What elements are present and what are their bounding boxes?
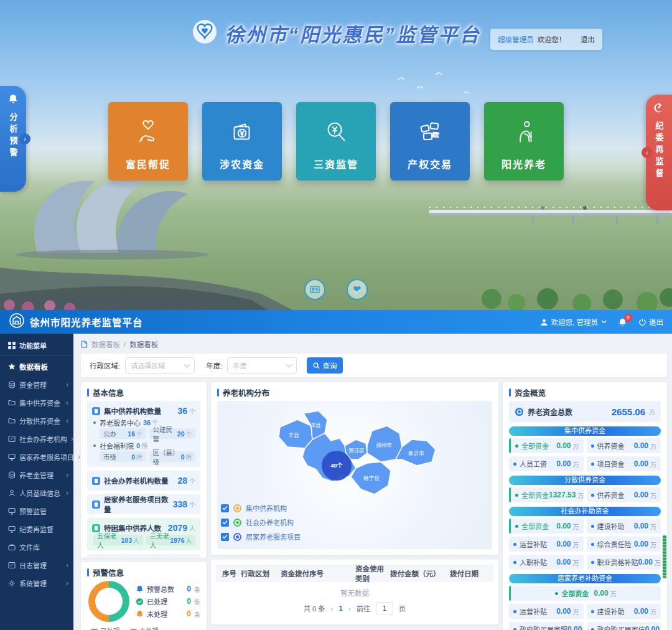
sidebar-item-warning-supervision[interactable]: 预警监管 [0, 502, 73, 520]
sidebar-item-social-elderly-institutions[interactable]: 社会办养老机构› [0, 430, 73, 448]
tile-shenong-zijin[interactable]: 涉农资金 [202, 102, 282, 181]
tile-sanzi-jianguan[interactable]: 三资监管 [296, 102, 376, 181]
portal-tiles: 富民帮促 涉农资金 三资监管 [108, 102, 564, 181]
user-menu[interactable]: 欢迎您, 管理员 [540, 317, 607, 327]
warning-stat-unit: 条 [194, 597, 200, 606]
tile-fumin-bangcu[interactable]: 富民帮促 [108, 102, 188, 181]
fund-unit: 万 [573, 441, 579, 451]
chevron-right-icon: › [66, 562, 68, 569]
sidebar-item-pension-management[interactable]: 养老金管理› [0, 466, 73, 484]
grid-icon [8, 342, 16, 349]
bullet-icon [93, 421, 96, 424]
tile-label: 富民帮促 [126, 156, 170, 171]
legend-label: 已处理 [100, 627, 120, 630]
next-page-button[interactable]: › [348, 604, 351, 613]
sidebar-item-file-library[interactable]: 文件库 [0, 538, 73, 556]
sidebar-item-log-management[interactable]: 日志管理› [0, 556, 73, 574]
map-panel-title: 养老机构分布 [217, 387, 492, 397]
stat-card-decentralized-support-persons: 特困分散供养人数 9088 人 [87, 554, 200, 558]
region-select[interactable]: 请选择区域 [125, 357, 195, 374]
analysis-warning-tab[interactable]: 分析预警 › [0, 86, 26, 192]
chip-label: 五保老人 [97, 531, 121, 550]
breadcrumb-root[interactable]: 数据看板 [91, 339, 120, 349]
heart-care-icon[interactable] [347, 279, 368, 300]
pagination-total: 共 0 条 [304, 603, 325, 613]
fund-label: 政府购买居家服 [520, 624, 567, 630]
chevron-right-icon: › [66, 471, 68, 479]
sidebar-item-decentralized-support-funds[interactable]: 分散供养资金› [0, 411, 73, 430]
warning-info-title: 预警信息 [87, 567, 200, 577]
search-button[interactable]: 查询 [307, 357, 343, 374]
fund-label: 建设补助 [597, 521, 625, 531]
prev-page-button[interactable]: ‹ [330, 604, 333, 613]
stat-chip: 公建民营20个 [149, 428, 196, 439]
sidebar-item-system-management[interactable]: 系统管理› [0, 574, 73, 592]
donut-legend: 已处理 未处理 [91, 626, 200, 630]
region-placeholder: 请选择区域 [131, 360, 165, 370]
district-label[interactable]: 邳州市 [376, 442, 392, 448]
tile-yangguang-yanglao[interactable]: 阳光养老 [484, 102, 564, 181]
bullet-icon [591, 610, 594, 613]
district-label[interactable]: 沛县 [310, 422, 321, 428]
sidebar-item-funds-management[interactable]: 资金管理› [0, 375, 73, 393]
col-header-serial: 资金拨付序号 [281, 568, 355, 578]
checkbox-checked-icon[interactable] [221, 504, 229, 512]
page: 徐州市“阳光惠民”监管平台 超级管理员 欢迎您！ 退出 分析预警 › 纪委再监督… [0, 0, 672, 630]
chip-value: 1976 [170, 537, 184, 544]
id-card-icon[interactable] [304, 279, 325, 300]
district-label[interactable]: 新沂市 [408, 450, 424, 456]
person-icon [92, 524, 100, 532]
basic-info-panel: 基本信息 集中供养机构数量 36 个 养老服务中心 36 [81, 382, 207, 558]
chevron-right-icon: › [66, 580, 68, 587]
notification-bell-icon[interactable]: 0 [618, 317, 627, 327]
sidebar-item-dashboard[interactable]: 数据看板 [0, 357, 73, 375]
bullet-icon [591, 543, 594, 546]
chevron-right-icon: › [66, 381, 68, 388]
sidebar-item-personnel-info[interactable]: 人员基础信息› [0, 484, 73, 502]
col-header-amount: 拨付金额（元） [390, 568, 450, 578]
sidebar-item-discipline-supervision[interactable]: 纪委再监督 [0, 520, 73, 538]
monitor-icon [8, 507, 16, 515]
trade-blocks-icon: 交易 [415, 117, 445, 149]
page-input[interactable] [376, 602, 393, 614]
chip-value: 0 [181, 453, 185, 461]
notification-badge: 0 [624, 314, 632, 322]
sidebar-item-label: 日志管理 [19, 560, 47, 570]
checkbox-checked-icon[interactable] [221, 533, 229, 541]
user-role: 超级管理员 [498, 34, 534, 44]
chip-label: 公建民营 [153, 425, 177, 443]
warning-stat-value: 0 [187, 609, 191, 618]
fund-value: 0.00 [634, 607, 648, 616]
sidebar-item-label: 文件库 [19, 542, 40, 552]
checkbox-checked-icon[interactable] [221, 519, 229, 527]
district-label[interactable]: 睢宁县 [363, 475, 380, 481]
centralized-marker-icon [233, 504, 241, 512]
dashboard-columns: 基本信息 集中供养机构数量 36 个 养老服务中心 36 [81, 382, 667, 630]
fund-stat: 综合责任险 0.00 万 [587, 537, 661, 552]
bullet-icon [515, 444, 518, 448]
fund-stat: 供养资金 0.00 万 [587, 438, 661, 453]
fund-unit: 万 [573, 459, 579, 469]
discipline-supervision-label: 纪委再监督 [653, 121, 665, 181]
fund-value: 1327.53 [549, 491, 576, 499]
sidebar-item-label: 分散供养资金 [19, 416, 60, 426]
stat-label: 社会办养老机构数量 [104, 476, 169, 486]
fund-value: 0.00 [556, 459, 571, 468]
stat-unit: 个 [189, 407, 195, 416]
logout-button[interactable]: 退出 [638, 317, 663, 327]
year-select[interactable]: 年度 [227, 357, 297, 374]
current-page-button[interactable]: 1 [339, 604, 343, 612]
district-label[interactable]: 丰县 [288, 432, 299, 438]
dashboard-body: 功能菜单 数据看板 资金管理› 集中供养资金› 分散供养资金› 社会办养老机构› [0, 334, 672, 630]
sidebar-item-home-care-projects[interactable]: 居家养老服务项目› [0, 448, 73, 466]
fund-unit: 万 [650, 491, 656, 500]
sidebar-item-centralized-support-funds[interactable]: 集中供养资金› [0, 393, 73, 411]
scrollbar-thumb[interactable] [663, 535, 666, 578]
bullet-icon [93, 444, 96, 447]
fund-label: 项目资金 [597, 459, 625, 469]
tile-chanquan-jiaoyi[interactable]: 交易 产权交易 [390, 102, 470, 181]
menu-title: 功能菜单 [19, 341, 47, 350]
discipline-supervision-tab[interactable]: 纪委再监督 ‹ [646, 95, 672, 210]
logout-link[interactable]: 退出 [581, 34, 595, 44]
district-label[interactable]: 贾汪区 [348, 448, 365, 454]
